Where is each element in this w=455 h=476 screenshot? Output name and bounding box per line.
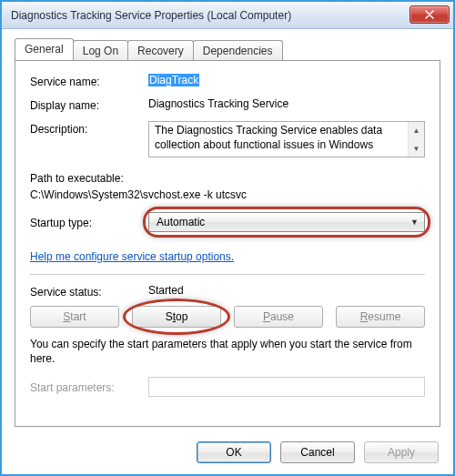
dialog-footer: OK Cancel Apply bbox=[2, 434, 453, 474]
description-scrollbar[interactable]: ▲ ▼ bbox=[408, 122, 424, 157]
value-path: C:\Windows\System32\svchost.exe -k utcsv… bbox=[30, 188, 425, 201]
tab-dependencies[interactable]: Dependencies bbox=[193, 40, 283, 61]
startup-type-value: Automatic bbox=[157, 216, 205, 228]
label-service-status: Service status: bbox=[30, 284, 148, 299]
startup-type-dropdown[interactable]: Automatic ▼ bbox=[148, 212, 425, 232]
help-link[interactable]: Help me configure service startup option… bbox=[30, 250, 234, 263]
start-button: Start bbox=[30, 306, 119, 328]
label-description: Description: bbox=[30, 121, 148, 136]
close-icon bbox=[425, 10, 434, 19]
apply-button: Apply bbox=[364, 441, 439, 463]
value-service-name: DiagTrack bbox=[148, 74, 425, 86]
label-display-name: Display name: bbox=[30, 97, 148, 112]
label-startup-type: Startup type: bbox=[30, 215, 148, 229]
window-title: Diagnostics Tracking Service Properties … bbox=[11, 9, 410, 22]
description-text[interactable]: The Diagnostics Tracking Service enables… bbox=[149, 122, 408, 157]
stop-button[interactable]: Stop bbox=[132, 306, 221, 328]
tab-panel-general: Service name: DiagTrack Display name: Di… bbox=[15, 60, 440, 427]
value-display-name: Diagnostics Tracking Service bbox=[148, 97, 425, 110]
divider bbox=[30, 274, 425, 275]
value-service-status: Started bbox=[148, 284, 425, 297]
resume-button: Resume bbox=[336, 306, 425, 328]
close-button[interactable] bbox=[410, 5, 450, 24]
dialog-window: Diagnostics Tracking Service Properties … bbox=[2, 2, 453, 474]
service-name-selected[interactable]: DiagTrack bbox=[148, 74, 199, 86]
scroll-down-icon[interactable]: ▼ bbox=[409, 140, 424, 157]
chevron-down-icon: ▼ bbox=[410, 218, 419, 227]
tab-log-on[interactable]: Log On bbox=[73, 40, 128, 61]
label-path: Path to executable: bbox=[30, 172, 425, 185]
tab-recovery[interactable]: Recovery bbox=[127, 40, 194, 61]
label-service-name: Service name: bbox=[30, 74, 148, 88]
start-parameters-input bbox=[148, 377, 425, 397]
label-start-parameters: Start parameters: bbox=[30, 380, 148, 394]
cancel-button[interactable]: Cancel bbox=[280, 441, 355, 463]
tab-strip: General Log On Recovery Dependencies bbox=[2, 29, 453, 60]
tab-general[interactable]: General bbox=[15, 38, 74, 60]
pause-button: Pause bbox=[234, 306, 323, 328]
scroll-up-icon[interactable]: ▲ bbox=[409, 122, 424, 138]
titlebar: Diagnostics Tracking Service Properties … bbox=[2, 2, 453, 29]
ok-button[interactable]: OK bbox=[197, 441, 271, 463]
hint-text: You can specify the start parameters tha… bbox=[30, 337, 425, 366]
description-box: The Diagnostics Tracking Service enables… bbox=[148, 121, 425, 157]
